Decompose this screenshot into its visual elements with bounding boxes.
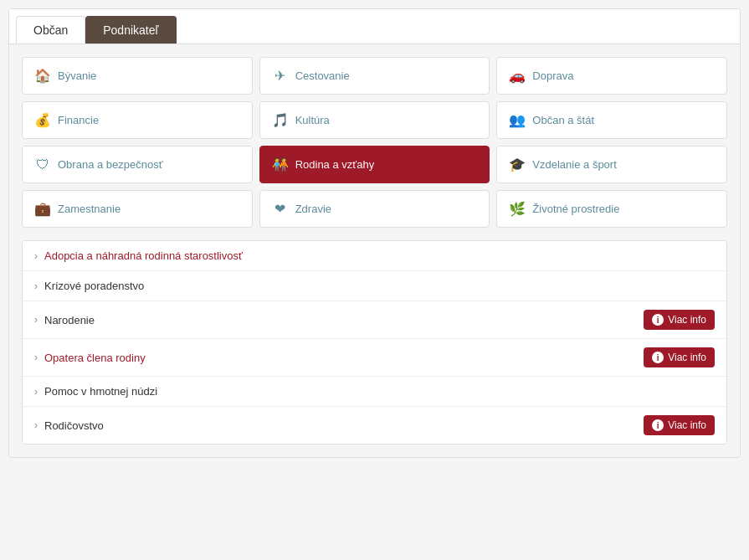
content-area: 🏠 Bývanie ✈ Cestovanie 🚗 Doprava 💰 Finan… [9,44,740,457]
category-obrana-label: Obrana a bezpečnosť [58,158,163,171]
category-doprava-label: Doprava [532,69,573,82]
chevron-krizove: › [34,280,38,292]
subcategory-opatera[interactable]: › Opatera člena rodiny i Viac info [23,339,726,377]
car-icon: 🚗 [509,68,526,84]
category-vzdelanie-label: Vzdelanie a šport [532,158,616,171]
viac-info-opatera-label: Viac info [668,352,706,363]
info-icon-rodicovstvo: i [652,419,664,431]
shield-icon: 🛡 [34,157,51,172]
subcategory-adopcia-label: Adopcia a náhradná rodinná starostlivosť [44,249,243,262]
viac-info-rodicovstvo-button[interactable]: i Viac info [644,415,715,435]
category-byvanie-label: Bývanie [58,69,96,82]
graduation-icon: 🎓 [509,157,526,172]
viac-info-rodicovstvo-label: Viac info [668,419,706,431]
info-icon-opatera: i [652,352,664,363]
subcategory-rodicovstvo[interactable]: › Rodičovstvo i Viac info [23,407,726,444]
tab-bar: Občan Podnikateľ [9,9,740,44]
subcategory-krizove-label: Krízové poradenstvo [44,280,144,292]
people-icon: 👥 [509,112,526,128]
category-zamestnanie[interactable]: 💼 Zamestnanie [22,190,253,228]
viac-info-narodenie-label: Viac info [668,314,706,326]
category-zivotne[interactable]: 🌿 Životné prostredie [496,190,727,228]
category-zamestnanie-label: Zamestnanie [58,203,121,215]
info-icon-narodenie: i [652,314,664,326]
chevron-pomoc: › [34,386,38,398]
category-financie-label: Financie [58,114,99,126]
category-cestovanie-label: Cestovanie [295,69,350,82]
money-icon: 💰 [34,112,51,128]
heart-icon: ❤ [272,201,289,217]
chevron-rodicovstvo: › [34,419,38,431]
subcategory-krizove[interactable]: › Krízové poradenstvo [23,271,726,301]
subcategory-adopcia[interactable]: › Adopcia a náhradná rodinná starostlivo… [23,241,726,271]
category-zdravie[interactable]: ❤ Zdravie [259,190,490,228]
category-byvanie[interactable]: 🏠 Bývanie [22,57,253,95]
music-icon: 🎵 [272,112,289,128]
viac-info-narodenie-button[interactable]: i Viac info [644,310,715,330]
chevron-opatera: › [34,352,38,363]
subcategory-pomoc-label: Pomoc v hmotnej núdzi [44,385,157,398]
category-cestovanie[interactable]: ✈ Cestovanie [259,57,490,95]
category-rodina[interactable]: 🧑‍🤝‍🧑 Rodina a vzťahy [259,146,490,183]
category-kultura[interactable]: 🎵 Kultúra [259,101,490,139]
main-container: Občan Podnikateľ 🏠 Bývanie ✈ Cestovanie … [8,8,741,458]
category-obcan-stat[interactable]: 👥 Občan a štát [496,101,727,139]
category-zivotne-label: Životné prostredie [532,203,619,215]
subcategory-opatera-label: Opatera člena rodiny [44,352,146,364]
category-kultura-label: Kultúra [295,114,330,126]
category-obcan-stat-label: Občan a štát [532,114,594,126]
subcategory-narodenie[interactable]: › Narodenie i Viac info [23,301,726,339]
briefcase-icon: 💼 [34,201,51,217]
chevron-adopcia: › [34,250,38,262]
subcategory-narodenie-label: Narodenie [44,314,95,326]
category-grid: 🏠 Bývanie ✈ Cestovanie 🚗 Doprava 💰 Finan… [22,57,727,228]
category-obrana[interactable]: 🛡 Obrana a bezpečnosť [22,146,253,183]
home-icon: 🏠 [34,68,51,84]
subcategory-pomoc[interactable]: › Pomoc v hmotnej núdzi [23,377,726,407]
category-zdravie-label: Zdravie [295,203,331,215]
subcategory-rodicovstvo-label: Rodičovstvo [44,419,104,432]
subcategory-list: › Adopcia a náhradná rodinná starostlivo… [22,240,727,444]
category-financie[interactable]: 💰 Financie [22,101,253,139]
family-icon: 🧑‍🤝‍🧑 [272,157,289,172]
travel-icon: ✈ [272,68,289,84]
chevron-narodenie: › [34,314,38,326]
category-rodina-label: Rodina a vzťahy [295,158,375,171]
category-doprava[interactable]: 🚗 Doprava [496,57,727,95]
tab-podnikatel[interactable]: Podnikateľ [85,16,176,44]
leaf-icon: 🌿 [509,201,526,217]
viac-info-opatera-button[interactable]: i Viac info [644,347,715,367]
category-vzdelanie[interactable]: 🎓 Vzdelanie a šport [496,146,727,183]
tab-obcan[interactable]: Občan [16,16,85,44]
